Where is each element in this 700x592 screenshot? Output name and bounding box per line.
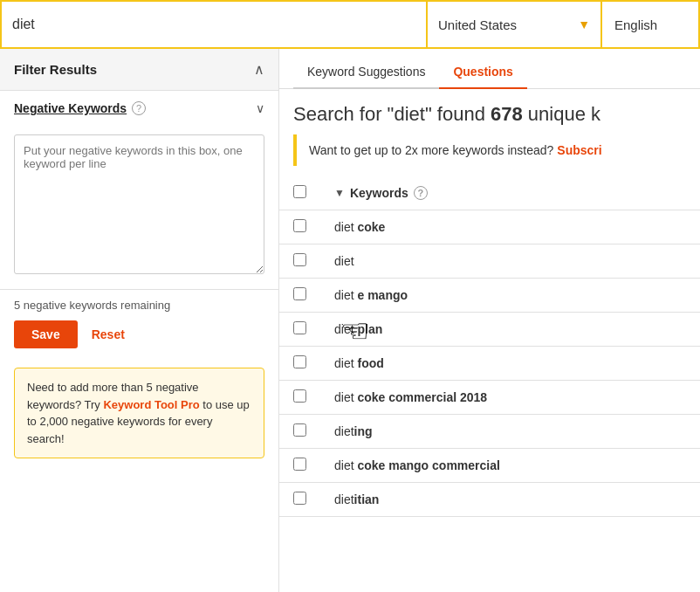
subscribe-text: Want to get up to 2x more keywords inste… (309, 143, 557, 157)
results-suffix: unique k (523, 103, 600, 125)
row-checkbox[interactable] (293, 219, 306, 232)
keywords-help-icon[interactable]: ? (414, 186, 428, 200)
top-bar: United States ▼ English (0, 0, 700, 49)
search-wrapper (2, 2, 428, 47)
action-buttons: Save Reset (0, 320, 278, 361)
row-checkbox[interactable] (293, 458, 306, 471)
row-checkbox[interactable] (293, 492, 306, 505)
table-row: diet food (279, 347, 700, 381)
row-checkbox[interactable] (293, 355, 306, 368)
row-checkbox-cell (279, 449, 320, 483)
promo-box: Need to add more than 5 negative keyword… (14, 368, 264, 458)
tabs-bar: Keyword Suggestions Questions (279, 49, 700, 89)
table-row: diet plan (279, 313, 700, 347)
results-prefix: Search for "diet" found (293, 103, 491, 125)
dropdown-arrow-icon: ▼ (578, 17, 590, 31)
select-all-checkbox[interactable] (293, 185, 306, 198)
keyword-cell: diet food (320, 347, 700, 381)
results-heading: Search for "diet" found 678 unique k (279, 89, 700, 134)
search-input[interactable] (12, 17, 415, 32)
keyword-cell: dietitian (320, 483, 700, 517)
keyword-cell: diet coke (320, 210, 700, 244)
row-checkbox-cell (279, 415, 320, 449)
promo-link[interactable]: Keyword Tool Pro (103, 398, 199, 411)
table-row: diet coke commercial 2018 (279, 381, 700, 415)
keyword-cell: diet e mango (320, 279, 700, 313)
subscribe-banner: Want to get up to 2x more keywords inste… (293, 134, 686, 166)
keyword-cell: diet coke commercial 2018 (320, 381, 700, 415)
negative-keywords-textarea[interactable] (14, 134, 264, 274)
results-count: 678 (491, 103, 523, 125)
filter-results-title: Filter Results (14, 62, 97, 77)
row-checkbox-cell (279, 210, 320, 244)
row-checkbox[interactable] (293, 389, 306, 403)
negative-keywords-help-icon[interactable]: ? (132, 101, 146, 115)
row-checkbox-cell (279, 279, 320, 313)
table-row: dieting (279, 415, 700, 449)
table-row: diet e mango (279, 279, 700, 313)
country-label: United States (438, 17, 571, 32)
row-checkbox-cell (279, 244, 320, 279)
row-checkbox-cell (279, 381, 320, 415)
right-panel: Keyword Suggestions Questions Search for… (279, 49, 700, 592)
reset-button[interactable]: Reset (92, 327, 125, 341)
row-checkbox[interactable] (293, 287, 306, 300)
keyword-cell: diet (320, 244, 700, 279)
negative-keywords-title-group: Negative Keywords ? (14, 101, 146, 115)
row-checkbox-cell (279, 313, 320, 347)
table-row: dietitian (279, 483, 700, 517)
negative-keywords-header[interactable]: Negative Keywords ? ∨ (0, 91, 278, 126)
row-checkbox-cell (279, 483, 320, 517)
save-button[interactable]: Save (14, 320, 78, 348)
main-content: Filter Results ∧ Negative Keywords ? ∨ 5… (0, 49, 700, 592)
table-row: diet (279, 244, 700, 279)
row-checkbox-cell (279, 347, 320, 381)
tab-keyword-suggestions[interactable]: Keyword Suggestions (293, 56, 439, 89)
table-row: diet coke (279, 210, 700, 244)
table-header-keywords: ▼ Keywords ? (320, 176, 700, 210)
row-checkbox[interactable] (293, 321, 306, 334)
left-panel: Filter Results ∧ Negative Keywords ? ∨ 5… (0, 49, 279, 592)
tab-questions[interactable]: Questions (439, 56, 526, 89)
language-label: English (614, 17, 657, 32)
table-header-row: ▼ Keywords ? (279, 176, 700, 210)
keywords-table: ▼ Keywords ? diet cokediet diet e mangod… (279, 176, 700, 517)
negative-keywords-body (0, 126, 278, 289)
keyword-cell: dieting (320, 415, 700, 449)
keyword-cell: diet plan (320, 313, 700, 347)
keyword-cell: diet coke mango commercial (320, 449, 700, 483)
subscribe-link[interactable]: Subscri (557, 143, 601, 157)
negative-keywords-section: Negative Keywords ? ∨ (0, 91, 278, 290)
sort-down-icon[interactable]: ▼ (334, 187, 345, 199)
negative-keywords-collapse-icon[interactable]: ∨ (256, 101, 264, 115)
row-checkbox[interactable] (293, 253, 306, 266)
filter-results-header: Filter Results ∧ (0, 49, 278, 91)
language-wrapper: English (602, 2, 698, 47)
row-checkbox[interactable] (293, 423, 306, 437)
collapse-icon[interactable]: ∧ (254, 61, 264, 78)
remaining-text: 5 negative keywords remaining (14, 299, 264, 312)
table-header-checkbox (279, 176, 320, 210)
keywords-col-label: Keywords (350, 186, 408, 200)
country-select[interactable]: United States ▼ (428, 2, 602, 47)
table-row: diet coke mango commercial (279, 449, 700, 483)
negative-keywords-title: Negative Keywords (14, 101, 127, 115)
